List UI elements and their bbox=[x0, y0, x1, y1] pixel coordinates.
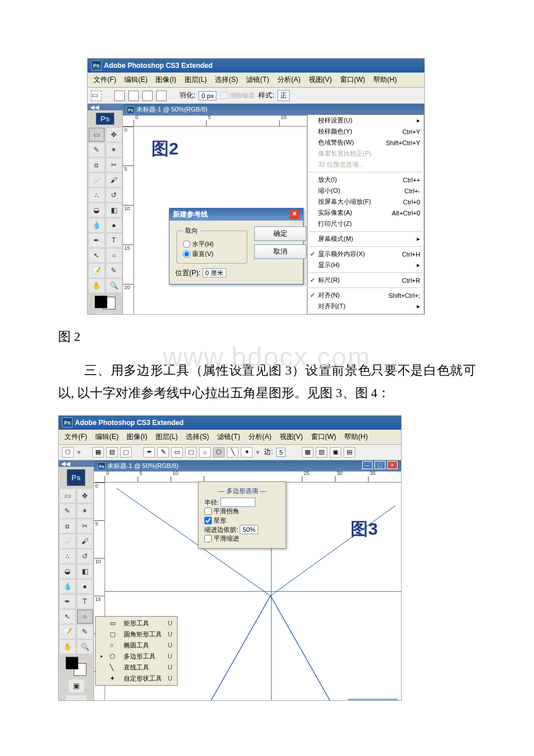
menu-item[interactable]: ✓显示额外内容(X)Ctrl+H bbox=[308, 249, 424, 260]
sides-input[interactable]: 5 bbox=[276, 448, 286, 457]
marquee-tool-icon[interactable]: ▭ bbox=[60, 489, 75, 503]
move-tool-icon[interactable]: ✥ bbox=[77, 489, 93, 503]
wand-tool-icon[interactable]: ✴ bbox=[106, 143, 122, 157]
marquee-tool-icon[interactable]: ▭ bbox=[89, 128, 104, 142]
blur-tool-icon[interactable]: 💧 bbox=[89, 218, 104, 232]
radius-input[interactable] bbox=[221, 498, 255, 507]
exclude-icon[interactable]: ▤ bbox=[344, 447, 355, 458]
blur-tool-icon[interactable]: 💧 bbox=[60, 579, 75, 593]
eraser-tool-icon[interactable]: ◒ bbox=[60, 564, 75, 578]
menu-view[interactable]: 视图(V) bbox=[305, 74, 335, 86]
radio-horizontal[interactable]: 水平(H) bbox=[183, 240, 214, 249]
dropdown-arrow-icon[interactable]: ▾ bbox=[255, 448, 261, 456]
cancel-button[interactable]: 取消 bbox=[254, 244, 306, 259]
hand-tool-icon[interactable]: ✋ bbox=[60, 640, 75, 654]
stamp-tool-icon[interactable]: ⛬ bbox=[89, 188, 104, 202]
custom-shape-icon[interactable]: ✦ bbox=[241, 447, 252, 458]
menu-item[interactable]: 按屏幕大小缩放(F)Ctrl+0 bbox=[308, 196, 424, 207]
menu-edit[interactable]: 编辑(E) bbox=[92, 431, 122, 443]
menu-item[interactable]: 屏幕模式(M) bbox=[308, 233, 424, 244]
position-input[interactable]: 0 厘米 bbox=[203, 268, 226, 278]
menu-edit[interactable]: 编辑(E) bbox=[121, 74, 151, 86]
subtract-icon[interactable]: ▧ bbox=[316, 447, 327, 458]
quickmask-icon[interactable]: ▣ bbox=[68, 679, 84, 692]
ellipse-icon[interactable]: ○ bbox=[199, 447, 211, 458]
heal-tool-icon[interactable]: 🩹 bbox=[89, 173, 104, 187]
polygon-icon[interactable]: ⬠ bbox=[213, 447, 225, 458]
selection-new-icon[interactable] bbox=[114, 91, 125, 101]
menu-window[interactable]: 窗口(W) bbox=[308, 431, 340, 443]
menu-analysis[interactable]: 分析(A) bbox=[245, 431, 275, 443]
menu-filter[interactable]: 滤镜(T) bbox=[243, 74, 272, 86]
menu-window[interactable]: 窗口(W) bbox=[337, 74, 369, 86]
zoom-tool-icon[interactable]: 🔍 bbox=[106, 279, 122, 293]
view-menu-dropdown[interactable]: 校样设置(U)校样颜色(Y)Ctrl+Y色域警告(W)Shift+Ctrl+Y像… bbox=[307, 114, 424, 315]
shape-tool-icon[interactable]: ○ bbox=[77, 610, 93, 624]
feather-input[interactable]: 0 px bbox=[199, 91, 217, 100]
minimize-icon[interactable]: – bbox=[362, 461, 373, 469]
eraser-tool-icon[interactable]: ◒ bbox=[89, 203, 104, 217]
shape-tool-icon[interactable]: ○ bbox=[106, 249, 122, 262]
menu-item[interactable]: ✓标尺(R)Ctrl+R bbox=[308, 275, 424, 286]
smooth-corner-check[interactable]: 平滑拐角 bbox=[204, 507, 239, 516]
menu-bar[interactable]: 文件(F) 编辑(E) 图像(I) 图层(L) 选择(S) 滤镜(T) 分析(A… bbox=[59, 430, 401, 445]
menu-file[interactable]: 文件(F) bbox=[90, 74, 120, 86]
menu-item[interactable]: 校样设置(U) bbox=[308, 115, 424, 126]
path-tool-icon[interactable]: ↖ bbox=[60, 610, 75, 624]
selection-intersect-icon[interactable] bbox=[156, 91, 167, 101]
eyedrop-tool-icon[interactable]: ✎ bbox=[106, 264, 122, 278]
fill-mode-icon[interactable]: ▢ bbox=[120, 447, 132, 458]
marquee-tool-icon[interactable]: ▭ bbox=[91, 91, 102, 101]
menu-item[interactable]: 打印尺寸(Z) bbox=[308, 218, 424, 229]
type-tool-icon[interactable]: T bbox=[106, 233, 122, 247]
menu-image[interactable]: 图像(I) bbox=[123, 431, 150, 443]
style-select[interactable]: 正 bbox=[277, 90, 290, 101]
menu-item[interactable]: 缩小(O)Ctrl+- bbox=[308, 185, 424, 196]
color-swatch[interactable] bbox=[66, 657, 86, 676]
menu-bar[interactable]: 文件(F) 编辑(E) 图像(I) 图层(L) 选择(S) 滤镜(T) 分析(A… bbox=[88, 73, 424, 88]
pen-tool-icon[interactable]: ✒ bbox=[89, 233, 104, 247]
maximize-icon[interactable]: □ bbox=[374, 461, 385, 469]
gradient-tool-icon[interactable]: ◧ bbox=[77, 564, 93, 578]
menu-image[interactable]: 图像(I) bbox=[152, 74, 179, 86]
menu-layer[interactable]: 图层(L) bbox=[181, 74, 211, 86]
star-check[interactable]: 星形 bbox=[204, 516, 226, 525]
slice-tool-icon[interactable]: ✂ bbox=[77, 519, 93, 533]
menu-file[interactable]: 文件(F) bbox=[61, 431, 91, 443]
zoom-tool-icon[interactable]: 🔍 bbox=[77, 640, 93, 654]
color-swatch[interactable] bbox=[95, 296, 116, 309]
eyedrop-tool-icon[interactable]: ✎ bbox=[77, 625, 93, 639]
heal-tool-icon[interactable]: 🩹 bbox=[60, 534, 75, 548]
dodge-tool-icon[interactable]: ● bbox=[106, 218, 122, 232]
menu-item[interactable]: 显示(H) bbox=[308, 260, 424, 271]
menu-analysis[interactable]: 分析(A) bbox=[274, 74, 304, 86]
shape-menu-item[interactable]: ○椭圆工具U bbox=[96, 640, 177, 651]
history-tool-icon[interactable]: ↺ bbox=[106, 188, 122, 202]
indent-input[interactable]: 50% bbox=[240, 525, 258, 534]
stamp-tool-icon[interactable]: ⛬ bbox=[60, 549, 75, 563]
shape-layer-icon[interactable]: ▦ bbox=[92, 447, 104, 458]
lasso-tool-icon[interactable]: ✎ bbox=[89, 143, 104, 157]
smooth-indent-check[interactable]: 平滑缩进 bbox=[204, 534, 239, 543]
shape-menu-item[interactable]: ▢圆角矩形工具U bbox=[96, 629, 177, 640]
shape-tool-flyout[interactable]: ▭矩形工具U▢圆角矩形工具U○椭圆工具U▪⬠多边形工具U╲直线工具U✦自定形状工… bbox=[95, 616, 178, 686]
antialias-checkbox[interactable]: 消除锯齿 bbox=[220, 91, 255, 100]
menu-item[interactable]: 实际像素(A)Alt+Ctrl+0 bbox=[308, 207, 424, 218]
pen-tool-icon[interactable]: ✒ bbox=[60, 595, 75, 609]
shape-menu-item[interactable]: ▭矩形工具U bbox=[96, 618, 177, 629]
brush-tool-icon[interactable]: 🖌 bbox=[106, 173, 122, 187]
pen-icon[interactable]: ✒ bbox=[143, 447, 155, 458]
shape-menu-item[interactable]: ▪⬠多边形工具U bbox=[96, 651, 177, 662]
menu-help[interactable]: 帮助(H) bbox=[370, 74, 400, 86]
wand-tool-icon[interactable]: ✴ bbox=[77, 504, 93, 518]
type-tool-icon[interactable]: T bbox=[77, 595, 93, 609]
gradient-tool-icon[interactable]: ◧ bbox=[106, 203, 122, 217]
crop-tool-icon[interactable]: ⧈ bbox=[60, 519, 75, 533]
shape-menu-item[interactable]: ╲直线工具U bbox=[96, 662, 177, 673]
intersect-icon[interactable]: ▣ bbox=[330, 447, 341, 458]
menu-help[interactable]: 帮助(H) bbox=[341, 431, 371, 443]
close-icon[interactable]: × bbox=[387, 461, 398, 469]
menu-view[interactable]: 视图(V) bbox=[276, 431, 306, 443]
fg-color-icon[interactable] bbox=[66, 657, 78, 669]
line-icon[interactable]: ╲ bbox=[227, 447, 239, 458]
